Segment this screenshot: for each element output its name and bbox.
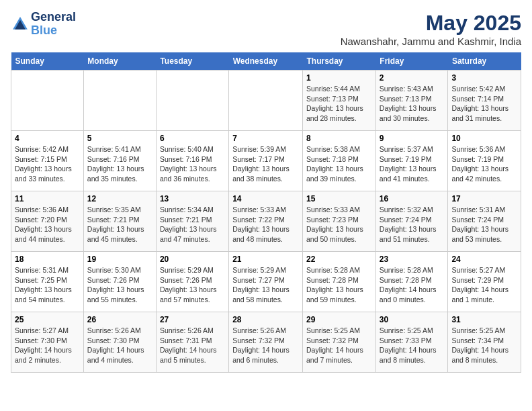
sunrise-time: 5:39 AM [261,145,287,153]
header-wednesday: Wednesday [229,52,303,71]
month-title: May 2025 [341,11,521,36]
sunrise-time: 5:30 AM [115,266,141,274]
sunset-time: 7:33 PM [405,336,431,345]
sunset-label: Sunset: [232,276,259,284]
sunset-time: 7:19 PM [478,155,504,163]
sunset-time: 7:19 PM [405,155,431,163]
sunrise-label: Sunrise: [232,326,260,334]
sunrise-label: Sunrise: [15,145,42,153]
sunrise-label: Sunrise: [160,145,187,153]
sunrise-time: 5:29 AM [261,266,287,274]
day-info: Sunrise: 5:39 AM Sunset: 7:17 PM Dayligh… [232,144,299,184]
sunset-label: Sunset: [451,336,478,345]
calendar-cell: 24 Sunrise: 5:27 AM Sunset: 7:29 PM Dayl… [448,252,521,312]
sunset-label: Sunset: [380,216,406,224]
sunset-label: Sunset: [160,276,186,284]
sunset-label: Sunset: [87,276,114,284]
day-number: 22 [306,255,372,264]
sunrise-label: Sunrise: [451,205,479,214]
day-info: Sunrise: 5:42 AM Sunset: 7:14 PM Dayligh… [451,84,517,124]
day-info: Sunrise: 5:25 AM Sunset: 7:34 PM Dayligh… [451,326,517,365]
daylight-label: Daylight: 13 hours and 59 minutes. [306,285,363,304]
header-thursday: Thursday [303,52,376,71]
calendar-cell: 11 Sunrise: 5:36 AM Sunset: 7:20 PM Dayl… [11,191,84,252]
calendar-cell: 6 Sunrise: 5:40 AM Sunset: 7:16 PM Dayli… [156,131,228,191]
day-number: 7 [232,134,299,143]
sunset-time: 7:31 PM [185,336,212,345]
sunrise-label: Sunrise: [15,266,42,274]
day-number: 8 [306,134,372,143]
sunset-time: 7:27 PM [259,276,285,284]
calendar-cell: 3 Sunrise: 5:42 AM Sunset: 7:14 PM Dayli… [448,71,521,131]
sunrise-time: 5:25 AM [480,326,506,334]
calendar-cell [156,71,228,131]
day-info: Sunrise: 5:26 AM Sunset: 7:30 PM Dayligh… [87,326,152,365]
day-number: 1 [306,73,372,83]
sunrise-time: 5:36 AM [480,145,506,153]
daylight-label: Daylight: 13 hours and 48 minutes. [232,225,290,243]
day-info: Sunrise: 5:26 AM Sunset: 7:31 PM Dayligh… [160,326,225,365]
header-saturday: Saturday [448,52,521,71]
calendar-cell [229,71,303,131]
sunrise-time: 5:31 AM [480,205,506,214]
sunset-time: 7:17 PM [259,155,285,163]
calendar-cell: 8 Sunrise: 5:38 AM Sunset: 7:18 PM Dayli… [303,131,376,191]
day-number: 26 [87,315,152,324]
sunrise-time: 5:27 AM [42,326,69,334]
header-friday: Friday [375,52,448,71]
day-info: Sunrise: 5:31 AM Sunset: 7:24 PM Dayligh… [451,205,517,244]
calendar-cell: 17 Sunrise: 5:31 AM Sunset: 7:24 PM Dayl… [448,191,521,252]
sunrise-label: Sunrise: [160,266,187,274]
day-info: Sunrise: 5:29 AM Sunset: 7:27 PM Dayligh… [232,265,299,305]
sunrise-label: Sunrise: [380,266,407,274]
logo-line1: General [31,11,76,24]
sunrise-label: Sunrise: [306,326,334,334]
sunset-label: Sunset: [306,336,332,345]
sunset-label: Sunset: [451,155,478,163]
daylight-label: Daylight: 13 hours and 41 minutes. [380,165,437,183]
sunrise-time: 5:37 AM [407,145,433,153]
day-info: Sunrise: 5:29 AM Sunset: 7:26 PM Dayligh… [160,265,225,305]
calendar-table: SundayMondayTuesdayWednesdayThursdayFrid… [11,52,521,373]
calendar-cell: 16 Sunrise: 5:32 AM Sunset: 7:24 PM Dayl… [375,191,448,252]
sunrise-label: Sunrise: [306,205,334,214]
day-info: Sunrise: 5:25 AM Sunset: 7:33 PM Dayligh… [380,326,445,365]
sunset-time: 7:26 PM [113,276,139,284]
day-info: Sunrise: 5:38 AM Sunset: 7:18 PM Dayligh… [306,144,372,184]
sunrise-time: 5:42 AM [42,145,69,153]
sunset-label: Sunset: [15,336,41,345]
sunrise-time: 5:38 AM [334,145,360,153]
day-number: 14 [232,194,299,203]
sunrise-time: 5:32 AM [407,205,433,214]
daylight-label: Daylight: 13 hours and 44 minutes. [15,225,72,243]
calendar-cell: 7 Sunrise: 5:39 AM Sunset: 7:17 PM Dayli… [229,131,303,191]
day-number: 31 [451,315,517,324]
day-number: 16 [380,194,445,203]
day-number: 12 [87,194,152,203]
calendar-cell: 2 Sunrise: 5:43 AM Sunset: 7:13 PM Dayli… [375,71,448,131]
sunset-time: 7:21 PM [185,216,212,224]
sunrise-label: Sunrise: [451,85,479,93]
calendar-cell: 21 Sunrise: 5:29 AM Sunset: 7:27 PM Dayl… [229,252,303,312]
sunset-label: Sunset: [451,95,478,103]
sunrise-time: 5:28 AM [334,266,360,274]
week-row-2: 11 Sunrise: 5:36 AM Sunset: 7:20 PM Dayl… [11,191,521,252]
sunrise-time: 5:33 AM [261,205,287,214]
daylight-label: Daylight: 14 hours and 2 minutes. [15,346,72,364]
daylight-label: Daylight: 14 hours and 1 minute. [451,285,508,304]
sunset-time: 7:28 PM [332,276,359,284]
sunrise-label: Sunrise: [306,145,334,153]
sunset-time: 7:24 PM [478,216,504,224]
sunset-time: 7:20 PM [41,216,67,224]
daylight-label: Daylight: 13 hours and 53 minutes. [451,225,508,243]
sunset-time: 7:34 PM [478,336,504,345]
sunrise-time: 5:42 AM [480,85,506,93]
day-info: Sunrise: 5:43 AM Sunset: 7:13 PM Dayligh… [380,84,445,124]
day-info: Sunrise: 5:42 AM Sunset: 7:15 PM Dayligh… [15,144,80,184]
day-info: Sunrise: 5:32 AM Sunset: 7:24 PM Dayligh… [380,205,445,244]
sunset-label: Sunset: [160,216,186,224]
sunrise-label: Sunrise: [451,145,479,153]
sunset-time: 7:25 PM [41,276,67,284]
day-info: Sunrise: 5:30 AM Sunset: 7:26 PM Dayligh… [87,265,152,305]
day-info: Sunrise: 5:27 AM Sunset: 7:29 PM Dayligh… [451,265,517,305]
